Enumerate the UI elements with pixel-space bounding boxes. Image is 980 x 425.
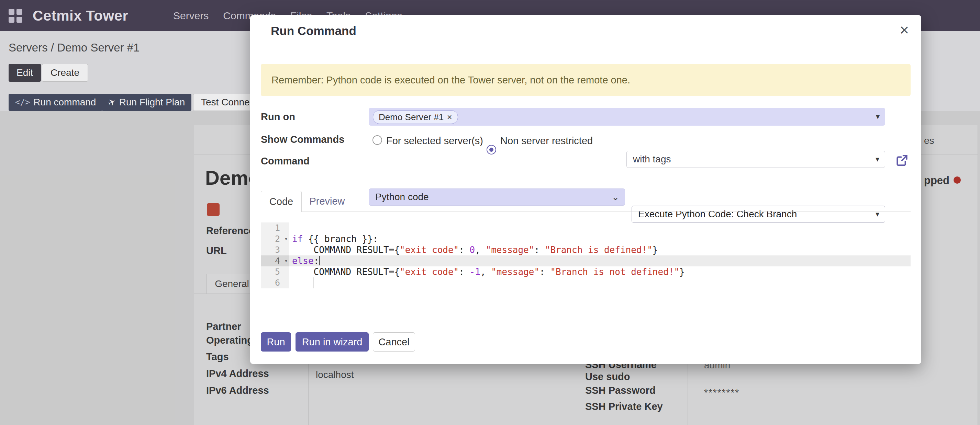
indent-guide — [319, 278, 319, 289]
fold-toggle-icon[interactable]: ▾ — [285, 255, 288, 266]
modal-tabs: Code Preview — [261, 191, 911, 211]
gutter-line-3[interactable]: 3 — [261, 244, 289, 255]
code-line-5[interactable]: COMMAND_RESULT={"exit_code": -1, "messag… — [289, 266, 911, 278]
run-button[interactable]: Run — [261, 332, 291, 352]
show-commands-label: Show Commands — [261, 134, 344, 145]
chevron-down-icon[interactable]: ▾ — [876, 113, 880, 121]
radio-selected-servers-label[interactable]: For selected server(s) — [386, 135, 483, 147]
application-window: Cetmix Tower Servers Commands Files Tool… — [0, 0, 980, 425]
gutter-line-2[interactable]: 2▾ — [261, 233, 289, 244]
radio-selected-servers[interactable] — [372, 135, 382, 145]
indent-guide — [313, 278, 314, 289]
modal-title: Run Command — [271, 24, 356, 38]
gutter-line-4[interactable]: 4▾ — [261, 255, 289, 266]
cancel-button[interactable]: Cancel — [373, 332, 415, 352]
close-icon[interactable]: × — [897, 20, 911, 40]
tag-remove-icon[interactable]: ✕ — [447, 113, 452, 121]
editor-gutter: 12▾34▾56 — [261, 222, 289, 289]
run-in-wizard-button[interactable]: Run in wizard — [296, 332, 369, 352]
python-warning-alert: Remember: Python code is executed on the… — [261, 64, 911, 96]
server-tag[interactable]: Demo Server #1 ✕ — [373, 110, 458, 124]
run-command-modal: Run Command × Remember: Python code is e… — [250, 15, 921, 364]
fold-toggle-icon[interactable]: ▾ — [285, 233, 288, 244]
gutter-line-5[interactable]: 5 — [261, 266, 289, 278]
code-line-4[interactable]: else: — [289, 255, 911, 266]
code-line-6[interactable] — [289, 278, 911, 289]
gutter-line-1[interactable]: 1 — [261, 222, 289, 233]
run-on-field[interactable]: Demo Server #1 ✕ ▾ — [369, 108, 885, 126]
code-line-1[interactable] — [289, 222, 911, 233]
chevron-down-icon[interactable]: ▾ — [875, 211, 879, 218]
radio-non-restricted[interactable] — [487, 145, 496, 154]
tags-filter-select[interactable]: with tags ▾ — [627, 151, 885, 168]
code-line-3[interactable]: COMMAND_RESULT={"exit_code": 0, "message… — [289, 244, 911, 255]
text-cursor — [319, 256, 320, 265]
editor-code[interactable]: if {{ branch }}: COMMAND_RESULT={"exit_c… — [289, 222, 911, 289]
gutter-line-6[interactable]: 6 — [261, 278, 289, 289]
chevron-down-icon[interactable]: ▾ — [875, 155, 879, 163]
tab-code[interactable]: Code — [261, 191, 302, 212]
radio-non-restricted-label[interactable]: Non server restricted — [500, 135, 593, 147]
command-label: Command — [261, 155, 310, 167]
tab-preview[interactable]: Preview — [307, 191, 347, 211]
code-line-2[interactable]: if {{ branch }}: — [289, 233, 911, 244]
external-link-icon[interactable] — [896, 154, 908, 167]
run-on-label: Run on — [261, 111, 295, 122]
